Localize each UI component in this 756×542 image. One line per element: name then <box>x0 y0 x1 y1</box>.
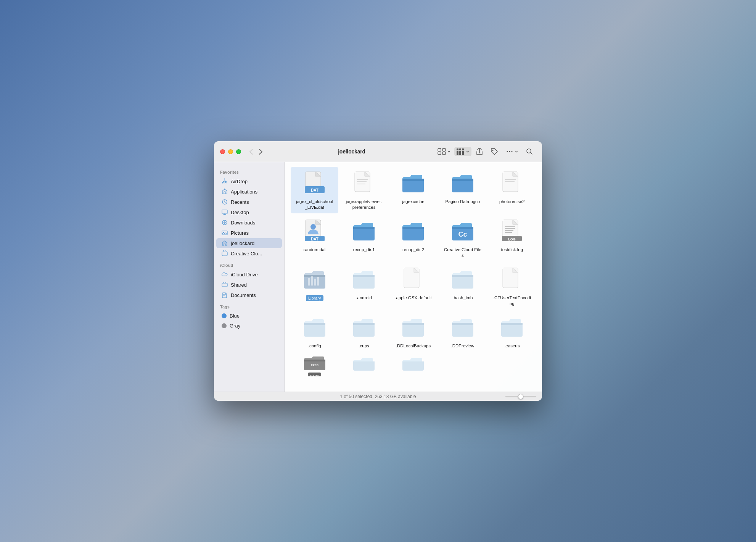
file-item-apple-osx[interactable]: .apple.OSX.default <box>389 263 437 310</box>
close-button[interactable] <box>220 149 225 154</box>
svg-rect-8 <box>459 151 461 153</box>
slider-track[interactable] <box>505 396 536 397</box>
svg-rect-58 <box>317 277 319 286</box>
recup-dir1-name: recup_dir.1 <box>353 247 375 253</box>
easeus-icon <box>499 314 525 341</box>
config-icon <box>301 314 328 341</box>
favorites-section: Favorites AirDrop <box>214 168 284 258</box>
sidebar-item-airdrop[interactable]: AirDrop <box>216 176 282 186</box>
sidebar: Favorites AirDrop <box>214 162 285 392</box>
window-title: joellockard <box>271 148 433 155</box>
sidebar-item-blue-tag[interactable]: Blue <box>216 311 282 321</box>
sidebar-item-desktop[interactable]: Desktop <box>216 207 282 217</box>
sidebar-item-applications[interactable]: Applications <box>216 187 282 197</box>
svg-text:exec: exec <box>311 363 318 367</box>
airdrop-icon <box>222 178 228 184</box>
folder-21-icon <box>351 356 377 373</box>
svg-rect-9 <box>462 151 464 153</box>
recup-dir2-icon <box>400 218 426 245</box>
sidebar-item-gray-tag[interactable]: Gray <box>216 321 282 331</box>
file-item-ddlocal[interactable]: .DDLocalBackups <box>389 311 437 352</box>
shared-icon <box>222 282 228 288</box>
svg-rect-4 <box>457 148 458 150</box>
android-icon <box>351 266 377 293</box>
downloads-icon <box>222 219 228 226</box>
creative-cloud-files-icon: Cc <box>449 218 476 245</box>
sidebar-item-recents[interactable]: Recents <box>216 197 282 207</box>
svg-rect-21 <box>224 192 225 194</box>
easeus-name: .easeus <box>504 343 520 349</box>
sidebar-item-documents[interactable]: Documents <box>216 290 282 300</box>
file-item-recup-dir2[interactable]: recup_dir.2 <box>389 215 437 261</box>
finder-window: joellockard <box>214 141 542 401</box>
pictures-label: Pictures <box>231 230 249 236</box>
svg-rect-55 <box>308 278 310 286</box>
file-item-folder-22[interactable] <box>389 353 437 376</box>
file-area[interactable]: DAT jagex_cl_oldschool_LIVE.dat <box>285 162 542 392</box>
file-item-cups[interactable]: .cups <box>340 311 388 352</box>
file-item-jagex-prefs[interactable]: jagexappletviewer.preferences <box>340 167 388 213</box>
exec-icon: exec <box>301 356 328 372</box>
status-text: 1 of 50 selected, 263.13 GB available <box>220 394 536 399</box>
tags-label: Tags <box>214 303 284 311</box>
file-item-config[interactable]: .config <box>291 311 338 352</box>
forward-button[interactable] <box>257 147 265 156</box>
svg-point-15 <box>509 151 510 152</box>
toolbar-actions <box>436 146 536 157</box>
recup-dir2-name: recup_dir.2 <box>402 247 424 253</box>
sidebar-item-pictures[interactable]: Pictures <box>216 228 282 238</box>
library-name: Library <box>306 295 323 301</box>
file-item-exec[interactable]: exec exec <box>291 353 338 376</box>
main-area: Favorites AirDrop <box>214 162 542 392</box>
file-item-photorec[interactable]: photorec.se2 <box>488 167 536 213</box>
icon-view-button[interactable] <box>436 147 453 156</box>
joellockard-label: joellockard <box>231 240 254 246</box>
sidebar-item-creative-cloud[interactable]: Creative Clo... <box>216 248 282 258</box>
grid-view-button[interactable] <box>454 147 471 156</box>
file-item-cfuser[interactable]: .CFUserTextEncoding <box>488 263 536 310</box>
svg-rect-12 <box>462 153 464 155</box>
svg-point-44 <box>310 224 316 229</box>
jagexcache-icon <box>400 170 426 197</box>
svg-point-14 <box>507 151 508 152</box>
back-button[interactable] <box>247 147 255 156</box>
size-slider[interactable] <box>505 396 536 397</box>
minimize-button[interactable] <box>228 149 233 154</box>
blue-tag-label: Blue <box>230 313 240 319</box>
slider-thumb[interactable] <box>518 394 523 399</box>
file-item-library[interactable]: Library <box>291 263 338 310</box>
cfuser-name: .CFUserTextEncoding <box>493 295 531 306</box>
share-button[interactable] <box>473 146 486 157</box>
sidebar-item-downloads[interactable]: Downloads <box>216 218 282 227</box>
sidebar-item-shared[interactable]: Shared <box>216 280 282 290</box>
toolbar: joellockard <box>214 141 542 162</box>
svg-text:Cc: Cc <box>458 231 467 238</box>
file-item-pagico[interactable]: Pagico Data.pgco <box>439 167 486 213</box>
home-icon <box>222 240 228 246</box>
maximize-button[interactable] <box>236 149 241 154</box>
svg-rect-3 <box>442 152 446 155</box>
apple-osx-icon <box>400 266 426 293</box>
file-item-ddpreview[interactable]: .DDPreview <box>439 311 486 352</box>
file-item-recup-dir1[interactable]: recup_dir.1 <box>340 215 388 261</box>
android-name: .android <box>356 295 372 301</box>
file-item-creative-cloud-files[interactable]: Cc Creative Cloud Files <box>439 215 486 261</box>
sidebar-item-joellockard[interactable]: joellockard <box>216 238 282 248</box>
creative-cloud-label: Creative Clo... <box>231 251 262 256</box>
file-item-bash-imb[interactable]: .bash_imb <box>439 263 486 310</box>
file-item-android[interactable]: .android <box>340 263 388 310</box>
random-dat-icon: DAT <box>301 218 328 245</box>
file-item-jagexcache[interactable]: jagexcache <box>389 167 437 213</box>
file-item-random-dat[interactable]: DAT random.dat <box>291 215 338 261</box>
file-item-testdisk-log[interactable]: LOG testdisk.log <box>488 215 536 261</box>
file-item-folder-21[interactable] <box>340 353 388 376</box>
file-item-easeus[interactable]: .easeus <box>488 311 536 352</box>
tag-button[interactable] <box>487 146 501 157</box>
downloads-label: Downloads <box>231 220 255 226</box>
sidebar-item-icloud-drive[interactable]: iCloud Drive <box>216 269 282 279</box>
file-item-jagex-dat[interactable]: DAT jagex_cl_oldschool_LIVE.dat <box>291 167 338 213</box>
recents-icon <box>222 199 228 205</box>
search-button[interactable] <box>523 146 536 157</box>
desktop-label: Desktop <box>231 210 249 215</box>
more-options-button[interactable] <box>503 146 521 157</box>
